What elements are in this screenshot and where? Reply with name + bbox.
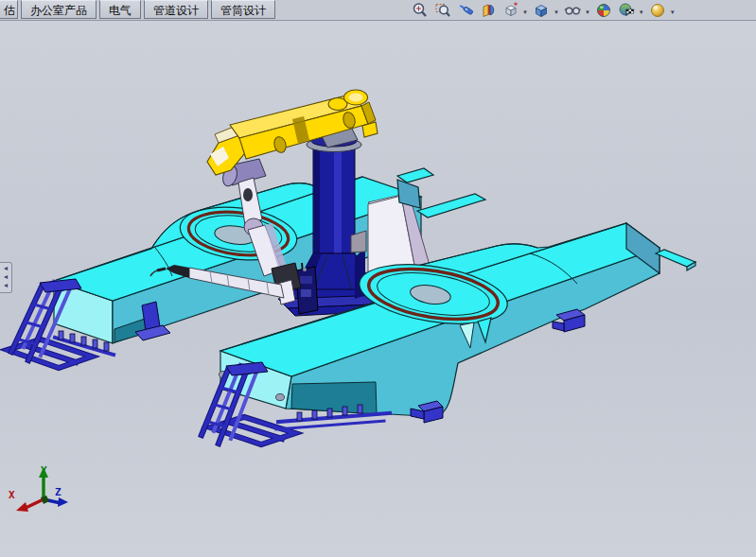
viewport-3d[interactable]: Y X Z [0, 0, 756, 557]
panel-collapse-toggle[interactable]: ◂ ◂ ◂ [0, 262, 12, 293]
collapse-arrow-icon: ◂ [4, 282, 8, 290]
triad-z-label: Z [55, 486, 62, 498]
view-settings-dropdown[interactable]: ▼ [670, 7, 676, 15]
edit-appearance-icon[interactable] [595, 2, 613, 20]
apply-scene-dropdown[interactable]: ▼ [639, 7, 644, 15]
tab-electrical[interactable]: 电气 [99, 0, 141, 19]
orientation-triad[interactable]: Y X Z [9, 464, 68, 512]
control-box[interactable] [296, 263, 318, 314]
tab-tubing-design-label: 管筒设计 [220, 4, 266, 17]
section-view-icon[interactable] [479, 2, 497, 20]
tab-office-products[interactable]: 办公室产品 [21, 0, 97, 19]
application-window: Y X Z 估 办公室产品 电气 管道设计 管筒设计 ▼ ▼ [0, 0, 756, 557]
zoom-to-area-icon[interactable] [433, 2, 451, 20]
hide-show-items-icon[interactable] [564, 2, 582, 20]
triad-x-label: X [9, 489, 15, 501]
tab-partial[interactable]: 估 [0, 0, 18, 19]
apply-scene-icon[interactable] [618, 2, 636, 20]
tab-piping-design[interactable]: 管道设计 [144, 0, 208, 19]
view-orientation-icon[interactable] [501, 2, 519, 20]
triad-y-label: Y [41, 464, 47, 477]
top-toolbar-strip: 估 办公室产品 电气 管道设计 管筒设计 ▼ ▼ ▼ [0, 0, 756, 21]
display-style-icon[interactable] [533, 2, 551, 20]
tab-partial-label: 估 [4, 4, 15, 17]
view-settings-icon[interactable] [649, 2, 667, 20]
hide-show-items-dropdown[interactable]: ▼ [585, 7, 590, 15]
previous-view-icon[interactable] [456, 2, 474, 20]
tab-electrical-label: 电气 [109, 4, 132, 17]
view-orientation-dropdown[interactable]: ▼ [522, 7, 528, 15]
command-manager-tabs: 估 办公室产品 电气 管道设计 管筒设计 [0, 0, 275, 19]
headsup-view-toolbar: ▼ ▼ ▼ ▼ ▼ [411, 1, 676, 20]
tab-office-products-label: 办公室产品 [30, 4, 87, 17]
tab-tubing-design[interactable]: 管筒设计 [211, 0, 275, 19]
display-style-dropdown[interactable]: ▼ [554, 7, 559, 15]
tab-piping-design-label: 管道设计 [153, 4, 199, 17]
zoom-to-fit-icon[interactable] [411, 2, 429, 20]
